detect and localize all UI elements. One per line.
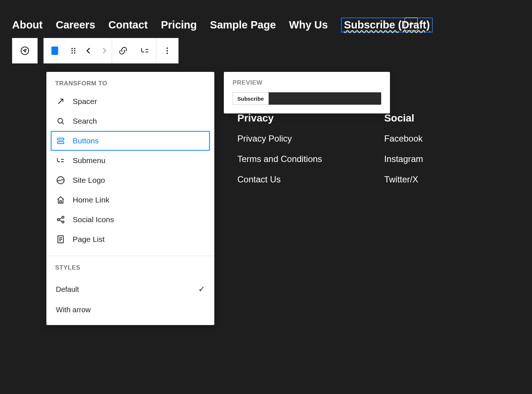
submenu-icon	[56, 156, 65, 165]
page-icon	[50, 46, 60, 56]
footer-link[interactable]: Facebook	[384, 134, 423, 144]
svg-point-2	[72, 48, 73, 49]
transform-label: Search	[73, 117, 97, 125]
footer-link[interactable]: Contact Us	[237, 174, 322, 185]
spacer-icon	[56, 97, 65, 106]
transform-label: Buttons	[73, 136, 99, 145]
svg-point-0	[21, 47, 29, 55]
transform-social-icons[interactable]: Social Icons	[51, 210, 210, 229]
footer-link[interactable]: Twitter/X	[384, 174, 423, 185]
search-icon	[56, 116, 65, 126]
svg-point-10	[167, 53, 168, 54]
transform-site-logo[interactable]: Site Logo	[51, 170, 210, 190]
drag-handle[interactable]	[66, 38, 81, 63]
style-label: With arrow	[56, 306, 91, 314]
transform-home-link[interactable]: Home Link	[51, 190, 210, 210]
submenu-icon	[140, 46, 150, 56]
footer-heading-social: Social	[384, 112, 423, 124]
chevron-right-icon	[99, 46, 109, 56]
nav-item-sample-page[interactable]: Sample Page	[210, 19, 276, 31]
svg-rect-12	[57, 138, 64, 140]
svg-point-6	[72, 52, 73, 54]
more-vertical-icon	[162, 46, 172, 56]
transform-page-list[interactable]: Page List	[51, 229, 210, 249]
preview-popover: PREVIEW Subscribe	[224, 72, 390, 113]
home-icon	[56, 195, 65, 205]
block-inspector-button[interactable]	[12, 38, 38, 63]
style-label: Default	[56, 285, 79, 294]
preview-row: Subscribe	[233, 92, 381, 105]
svg-point-11	[58, 118, 62, 123]
nav-item-why-us[interactable]: Why Us	[289, 19, 328, 31]
block-type-button[interactable]	[44, 38, 66, 63]
footer-heading-privacy: Privacy	[237, 112, 322, 124]
svg-point-4	[72, 50, 73, 51]
navigation-menu: About Careers Contact Pricing Sample Pag…	[12, 18, 433, 32]
link-button[interactable]	[112, 38, 134, 63]
footer-link[interactable]: Privacy Policy	[237, 134, 322, 144]
transform-label: Submenu	[73, 156, 106, 165]
footer-columns: Privacy Privacy Policy Terms and Conditi…	[237, 112, 423, 195]
link-icon	[118, 46, 128, 56]
compass-icon	[20, 46, 30, 56]
svg-point-8	[167, 47, 168, 49]
transform-spacer[interactable]: Spacer	[51, 92, 210, 111]
nav-item-contact[interactable]: Contact	[108, 19, 148, 31]
buttons-icon	[56, 136, 65, 146]
footer-col-privacy: Privacy Privacy Policy Terms and Conditi…	[237, 112, 322, 195]
nav-item-subscribe-draft[interactable]: Subscribe (Draft)	[341, 18, 433, 32]
styles-list: Default ✓ With arrow	[46, 276, 214, 325]
style-with-arrow[interactable]: With arrow	[46, 300, 214, 320]
page-list-icon	[56, 235, 65, 244]
transform-label: Spacer	[73, 97, 97, 106]
svg-point-7	[74, 52, 76, 54]
transform-label: Page List	[73, 235, 105, 244]
add-block-button[interactable]	[405, 18, 418, 31]
transform-label: Site Logo	[73, 176, 105, 185]
transform-search[interactable]: Search	[51, 111, 210, 131]
transform-label: Home Link	[73, 196, 109, 204]
svg-rect-13	[57, 142, 64, 143]
submenu-button[interactable]	[134, 38, 156, 63]
site-logo-icon	[56, 175, 65, 185]
svg-point-9	[167, 50, 168, 51]
transform-submenu[interactable]: Submenu	[51, 151, 210, 170]
svg-point-3	[74, 48, 76, 49]
footer-col-social: Social Facebook Instagram Twitter/X	[384, 112, 423, 195]
transform-heading: TRANSFORM TO	[46, 72, 214, 92]
chevron-left-icon	[84, 46, 94, 56]
transform-label: Social Icons	[73, 215, 114, 224]
plus-icon	[407, 20, 415, 28]
share-icon	[56, 215, 65, 224]
style-default[interactable]: Default ✓	[46, 279, 214, 300]
styles-heading: STYLES	[46, 256, 214, 276]
preview-subscribe-button: Subscribe	[233, 92, 269, 105]
more-options-button[interactable]	[156, 38, 178, 63]
drag-icon	[68, 46, 79, 56]
footer-link[interactable]: Instagram	[384, 154, 423, 164]
svg-rect-1	[52, 47, 58, 55]
transform-list: Spacer Search Buttons Submenu Site Logo …	[46, 92, 214, 254]
transform-popover: TRANSFORM TO Spacer Search Buttons Subme…	[46, 72, 214, 325]
move-right-button[interactable]	[96, 38, 112, 63]
preview-heading: PREVIEW	[233, 79, 381, 86]
nav-item-pricing[interactable]: Pricing	[161, 19, 197, 31]
check-icon: ✓	[198, 285, 205, 294]
nav-item-careers[interactable]: Careers	[56, 19, 95, 31]
svg-point-5	[74, 50, 76, 51]
move-left-button[interactable]	[81, 38, 96, 63]
nav-item-about[interactable]: About	[12, 19, 43, 31]
block-toolbar	[43, 38, 179, 63]
transform-buttons[interactable]: Buttons	[51, 131, 210, 151]
footer-link[interactable]: Terms and Conditions	[237, 154, 322, 164]
